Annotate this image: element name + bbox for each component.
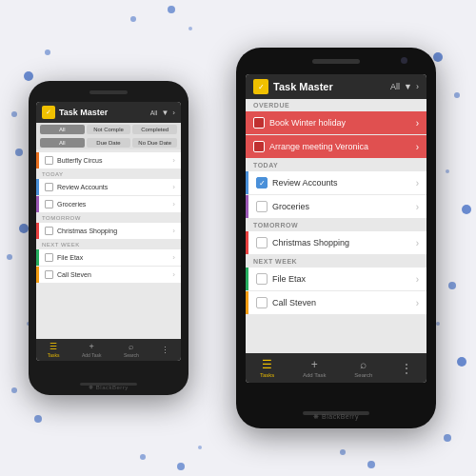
task-chevron: › xyxy=(172,200,175,208)
right-task-list: OVERDUE Book Winter holiday › Arrange me… xyxy=(246,99,426,353)
left-task-list: Butterfly Circus › TODAY Review Accounts… xyxy=(36,151,181,339)
svg-point-1 xyxy=(11,111,17,117)
nav-search-label-right: Search xyxy=(354,372,372,378)
task-label-book-winter: Book Winter holiday xyxy=(269,118,411,128)
task-label-christmas: Christmas Shopping xyxy=(272,238,411,248)
task-item-checked[interactable]: Review Accounts › xyxy=(246,171,426,194)
task-item[interactable]: Call Steven › xyxy=(36,267,181,283)
left-filter-bar2: All Due Date No Due Date xyxy=(36,136,181,149)
search-icon-right: ⌕ xyxy=(360,358,367,371)
right-header-controls: All ▼ › xyxy=(390,82,419,91)
nav-add-label: Add Task xyxy=(82,352,101,358)
section-label-next-week-right: NEXT WEEK xyxy=(246,255,426,267)
task-checkbox[interactable] xyxy=(256,297,268,308)
task-checkbox[interactable] xyxy=(256,201,268,212)
nav-more[interactable]: ⋮ xyxy=(161,346,169,355)
task-checkbox[interactable] xyxy=(253,117,265,129)
section-label-next-week: NEXT WEEK xyxy=(36,240,181,248)
nav-add-label-right: Add Task xyxy=(303,372,327,378)
left-bb-logo: ❋ BlackBerry xyxy=(89,384,129,390)
task-item[interactable]: Groceries › xyxy=(36,196,181,212)
section-label-today-right: TODAY xyxy=(246,159,426,170)
phone-left: ✓ Task Master All ▼ › All Not Comple Com… xyxy=(29,81,188,395)
task-checkbox[interactable] xyxy=(256,237,268,248)
filter-no-due-date-btn[interactable]: No Due Date xyxy=(132,138,177,148)
right-all-button[interactable]: All xyxy=(390,82,400,91)
task-checkbox[interactable] xyxy=(45,227,53,235)
task-chevron: › xyxy=(172,253,175,262)
left-app-screen: ✓ Task Master All ▼ › All Not Comple Com… xyxy=(36,102,181,361)
nav-add-right[interactable]: + Add Task xyxy=(303,358,327,378)
right-arrow-icon[interactable]: › xyxy=(416,82,419,91)
task-label: Christmas Shopping xyxy=(57,228,169,234)
left-filter-bar1: All Not Comple Completed xyxy=(36,123,181,136)
task-label: Butterfly Circus xyxy=(57,157,169,164)
task-label-arrange: Arrange meeting Veronica xyxy=(269,142,411,151)
svg-point-16 xyxy=(462,205,471,214)
left-arrow-icon[interactable]: › xyxy=(172,109,175,117)
nav-tasks-right[interactable]: ☰ Tasks xyxy=(260,358,274,378)
task-chevron: › xyxy=(416,118,419,129)
task-item[interactable]: File Etax › xyxy=(36,249,181,266)
task-item[interactable]: Butterfly Circus › xyxy=(36,152,181,169)
right-bottom-nav: ☰ Tasks + Add Task ⌕ Search ⋮ xyxy=(246,353,426,383)
task-item-overdue[interactable]: Arrange meeting Veronica › xyxy=(246,135,426,158)
filter-all-btn[interactable]: All xyxy=(40,125,85,134)
left-app-logo: ✓ xyxy=(42,106,55,119)
task-chevron: › xyxy=(172,270,175,279)
svg-point-20 xyxy=(457,357,466,367)
task-chevron: › xyxy=(172,183,175,191)
section-label-today: TODAY xyxy=(36,169,181,178)
filter-all-date-btn[interactable]: All xyxy=(40,138,85,148)
task-item[interactable]: Review Accounts › xyxy=(36,179,181,195)
tasks-icon: ☰ xyxy=(50,342,57,351)
search-icon: ⌕ xyxy=(129,342,133,351)
nav-tasks-label-right: Tasks xyxy=(260,372,274,378)
nav-add[interactable]: + Add Task xyxy=(82,342,101,358)
section-label-tomorrow-right: TOMORROW xyxy=(246,219,426,230)
task-label: File Etax xyxy=(57,254,169,261)
task-checkbox[interactable] xyxy=(256,177,268,188)
left-app-title: Task Master xyxy=(59,108,147,117)
task-checkbox[interactable] xyxy=(45,270,53,279)
task-label-groceries: Groceries xyxy=(272,202,411,211)
filter-not-complete-btn[interactable]: Not Comple xyxy=(87,125,131,134)
task-item[interactable]: Call Steven › xyxy=(246,291,426,314)
nav-tasks-label: Tasks xyxy=(48,352,60,358)
nav-search[interactable]: ⌕ Search xyxy=(124,342,139,358)
right-phone-speaker xyxy=(312,59,360,64)
nav-tasks[interactable]: ☰ Tasks xyxy=(48,342,60,358)
task-chevron: › xyxy=(416,142,419,152)
task-chevron: › xyxy=(172,156,175,165)
task-checkbox[interactable] xyxy=(45,200,53,208)
task-label: Groceries xyxy=(57,201,169,208)
phones-container: ✓ Task Master All ▼ › All Not Comple Com… xyxy=(19,19,457,457)
task-item[interactable]: File Etax › xyxy=(246,268,426,290)
task-checkbox[interactable] xyxy=(45,156,53,165)
task-checkbox[interactable] xyxy=(45,253,53,262)
filter-completed-btn[interactable]: Completed xyxy=(132,125,177,134)
left-filter-icon[interactable]: ▼ xyxy=(161,109,169,117)
right-app-header: ✓ Task Master All ▼ › xyxy=(246,74,426,99)
task-checkbox[interactable] xyxy=(253,141,265,152)
more-icon-right: ⋮ xyxy=(401,362,412,375)
add-icon-right: + xyxy=(311,358,318,371)
nav-search-right[interactable]: ⌕ Search xyxy=(354,358,372,378)
task-item[interactable]: Christmas Shopping › xyxy=(246,231,426,254)
right-filter-icon[interactable]: ▼ xyxy=(404,82,412,91)
task-label-call-steven: Call Steven xyxy=(272,298,411,307)
task-label-review: Review Accounts xyxy=(272,178,411,188)
nav-more-right[interactable]: ⋮ xyxy=(401,362,412,375)
left-app-header: ✓ Task Master All ▼ › xyxy=(36,102,181,123)
task-item[interactable]: Christmas Shopping › xyxy=(36,223,181,239)
svg-point-24 xyxy=(168,6,175,13)
right-bb-logo: ❋ BlackBerry xyxy=(313,413,359,421)
task-item[interactable]: Groceries › xyxy=(246,195,426,218)
right-phone-camera xyxy=(401,57,407,64)
task-checkbox[interactable] xyxy=(256,273,268,285)
filter-due-date-btn[interactable]: Due Date xyxy=(87,138,131,148)
left-all-button[interactable]: All xyxy=(150,109,158,116)
task-item-overdue[interactable]: Book Winter holiday › xyxy=(246,111,426,134)
nav-search-label: Search xyxy=(124,352,139,358)
task-checkbox[interactable] xyxy=(45,183,53,191)
